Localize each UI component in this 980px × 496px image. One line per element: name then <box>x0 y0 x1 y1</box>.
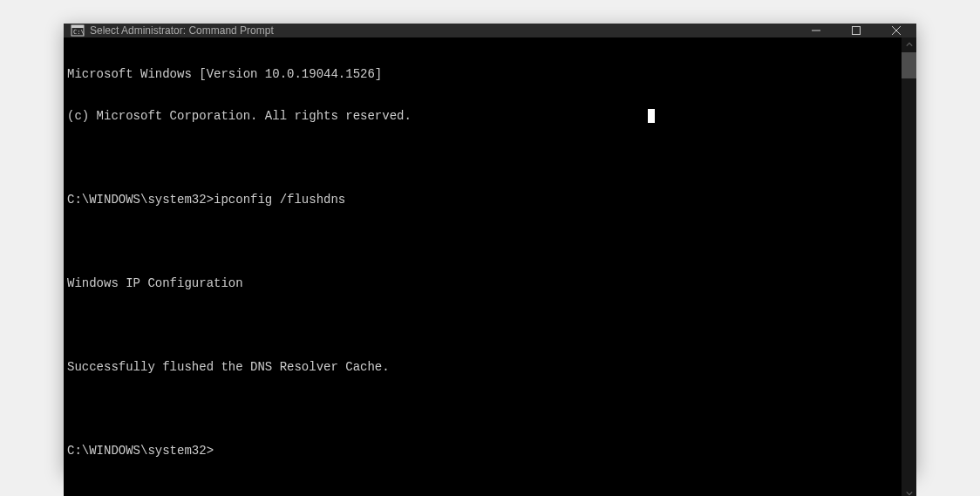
terminal-line: Successfully flushed the DNS Resolver Ca… <box>67 360 898 374</box>
terminal-line <box>67 318 898 332</box>
terminal-line <box>67 402 898 416</box>
close-button[interactable] <box>876 24 916 37</box>
terminal-line: Microsoft Windows [Version 10.0.19044.15… <box>67 67 898 81</box>
app-icon: C:\ <box>71 24 85 37</box>
scrollbar-thumb[interactable] <box>902 52 916 78</box>
terminal-line: C:\WINDOWS\system32> <box>67 444 898 458</box>
scroll-down-arrow-icon[interactable] <box>902 486 916 497</box>
terminal-line: C:\WINDOWS\system32>ipconfig /flushdns <box>67 193 898 207</box>
vertical-scrollbar[interactable] <box>902 37 916 497</box>
terminal-line <box>67 151 898 165</box>
text-cursor <box>648 109 655 123</box>
maximize-button[interactable] <box>836 24 876 37</box>
svg-text:C:\: C:\ <box>73 29 85 36</box>
svg-rect-4 <box>853 26 861 34</box>
terminal-line: (c) Microsoft Corporation. All rights re… <box>67 109 898 123</box>
window-controls <box>796 24 916 37</box>
scrollbar-track[interactable] <box>902 52 916 486</box>
terminal-content[interactable]: Microsoft Windows [Version 10.0.19044.15… <box>64 37 902 497</box>
command-prompt-window: C:\ Select Administrator: Command Prompt… <box>64 24 916 473</box>
titlebar[interactable]: C:\ Select Administrator: Command Prompt <box>64 24 916 37</box>
terminal-area: Microsoft Windows [Version 10.0.19044.15… <box>64 37 916 497</box>
svg-rect-1 <box>71 25 84 28</box>
minimize-button[interactable] <box>796 24 836 37</box>
terminal-line <box>67 234 898 248</box>
window-title: Select Administrator: Command Prompt <box>90 24 796 37</box>
terminal-line: Windows IP Configuration <box>67 276 898 290</box>
scroll-up-arrow-icon[interactable] <box>902 37 916 52</box>
